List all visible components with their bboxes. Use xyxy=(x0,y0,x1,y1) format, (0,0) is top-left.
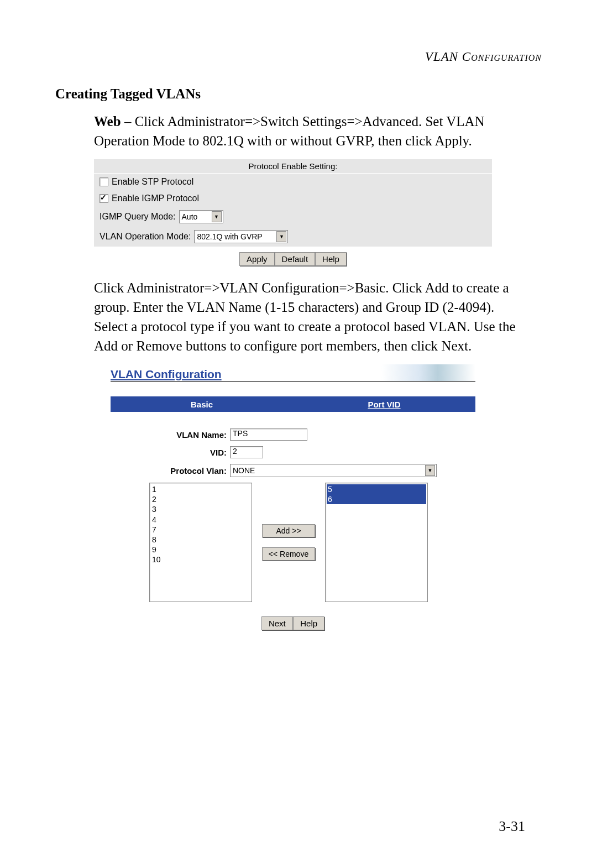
stp-row: Enable STP Protocol xyxy=(94,174,492,190)
available-ports-list[interactable]: 123478910 xyxy=(149,483,252,602)
help-button[interactable]: Help xyxy=(315,252,347,266)
tab-bar: Basic Port VID xyxy=(111,396,475,412)
apply-button[interactable]: Apply xyxy=(239,252,275,266)
vlan-op-value: 802.1Q with GVRP xyxy=(197,232,274,241)
stp-checkbox[interactable] xyxy=(100,177,108,186)
remove-port-button[interactable]: << Remove xyxy=(262,547,315,561)
igmp-query-value: Auto xyxy=(182,212,210,221)
list-item[interactable]: 8 xyxy=(151,535,250,545)
paragraph-1: Web – Click Administrator=>Switch Settin… xyxy=(94,112,531,150)
list-item[interactable]: 2 xyxy=(151,494,250,504)
igmp-query-select[interactable]: Auto ▼ xyxy=(179,210,223,223)
vlan-config-title: VLAN Configuration xyxy=(111,368,222,381)
list-item[interactable]: 5 xyxy=(327,484,426,494)
vid-input[interactable]: 2 xyxy=(230,446,263,458)
igmp-label: Enable IGMP Protocol xyxy=(112,194,199,203)
tab-basic[interactable]: Basic xyxy=(111,400,293,409)
list-item[interactable]: 9 xyxy=(151,545,250,555)
default-button[interactable]: Default xyxy=(275,252,316,266)
add-port-button[interactable]: Add >> xyxy=(262,524,315,537)
stp-label: Enable STP Protocol xyxy=(112,177,193,187)
next-button[interactable]: Next xyxy=(261,616,293,630)
list-item[interactable]: 4 xyxy=(151,515,250,525)
paragraph-2: Click Administrator=>VLAN Configuration=… xyxy=(94,278,531,355)
vlan-op-select[interactable]: 802.1Q with GVRP ▼ xyxy=(194,230,288,243)
igmp-query-row: IGMP Query Mode: Auto ▼ xyxy=(94,207,492,227)
chevron-down-icon: ▼ xyxy=(212,211,222,222)
list-item[interactable]: 3 xyxy=(151,504,250,514)
page-number: 3-31 xyxy=(499,818,525,835)
igmp-row: Enable IGMP Protocol xyxy=(94,190,492,207)
list-item[interactable]: 10 xyxy=(151,555,250,564)
vlan-op-row: VLAN Operation Mode: 802.1Q with GVRP ▼ xyxy=(94,227,492,247)
decorative-graphic xyxy=(381,364,475,381)
vlan-name-input[interactable]: TPS xyxy=(230,428,307,441)
selected-ports-list[interactable]: 56 xyxy=(325,483,428,602)
vlan-config-panel: VLAN Configuration Basic Port VID VLAN N… xyxy=(111,364,475,636)
list-item[interactable]: 6 xyxy=(327,494,426,504)
protocol-vlan-value: NONE xyxy=(233,466,255,475)
section-heading: Creating Tagged VLANs xyxy=(55,86,531,102)
protocol-vlan-label: Protocol Vlan: xyxy=(149,466,230,475)
panel-title: Protocol Enable Setting: xyxy=(94,159,492,174)
protocol-enable-panel: Protocol Enable Setting: Enable STP Prot… xyxy=(94,159,492,247)
tab-port-vid[interactable]: Port VID xyxy=(293,400,475,409)
chevron-down-icon: ▼ xyxy=(425,465,435,476)
igmp-checkbox[interactable] xyxy=(100,194,108,203)
help-button-2[interactable]: Help xyxy=(293,616,324,630)
list-item[interactable]: 1 xyxy=(151,484,250,494)
vid-label: VID: xyxy=(149,448,230,457)
chevron-down-icon: ▼ xyxy=(276,231,286,242)
list-item[interactable]: 7 xyxy=(151,525,250,535)
vlan-name-label: VLAN Name: xyxy=(149,430,230,440)
vlan-op-label: VLAN Operation Mode: xyxy=(100,232,191,242)
igmp-query-label: IGMP Query Mode: xyxy=(100,212,176,222)
page-header: VLAN Configuration xyxy=(55,50,542,64)
protocol-vlan-select[interactable]: NONE ▼ xyxy=(230,464,437,477)
